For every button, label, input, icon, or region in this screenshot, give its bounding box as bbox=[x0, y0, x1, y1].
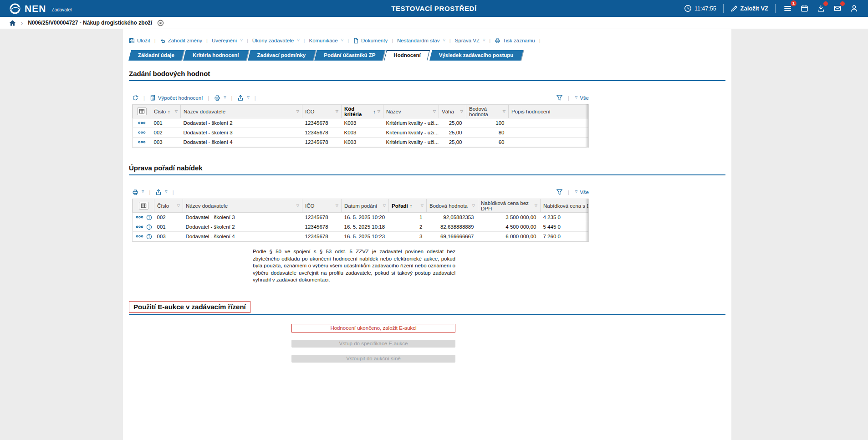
cell-nazev-dodavatele: Dodavatel - školení 3 bbox=[183, 213, 302, 222]
column-header-vaha[interactable]: Váha▽ bbox=[439, 105, 466, 118]
filter-funnel-icon[interactable]: ▽ bbox=[383, 204, 386, 208]
tab-podani-ucastniku-zp[interactable]: Podání účastníků ZP bbox=[316, 50, 383, 61]
calculate-score-button[interactable]: Výpočet hodnocení bbox=[150, 95, 203, 101]
column-header-nazev-dodavatele[interactable]: Název dodavatele▽ bbox=[183, 199, 302, 213]
table-row[interactable]: 002 Dodavatel - školení 3 12345678 K003 … bbox=[133, 128, 589, 138]
print-record-button[interactable]: Tisk záznamu bbox=[495, 38, 535, 44]
nonstandard-state-menu[interactable]: Nestandardní stav▽ bbox=[397, 38, 445, 43]
create-eauction-button[interactable]: Hodnocení ukončeno, založit E-aukci bbox=[291, 324, 455, 333]
row-info-button[interactable] bbox=[146, 215, 152, 220]
filter-funnel-icon[interactable]: ▽ bbox=[421, 204, 424, 208]
eauction-specification-button[interactable]: Vstup do specifikace E-aukce bbox=[291, 340, 455, 348]
column-header-bodova-hodnota[interactable]: Bodová hodnota▽ bbox=[427, 199, 478, 213]
create-vz-button[interactable]: Založit VZ bbox=[730, 5, 768, 12]
column-header-ico[interactable]: IČO▽ bbox=[302, 105, 342, 118]
messages-button[interactable] bbox=[832, 4, 842, 13]
brand[interactable]: NEN Zadavatel bbox=[9, 3, 71, 15]
menu-badge: 1 bbox=[791, 0, 797, 6]
filter-funnel-icon[interactable]: ▽ bbox=[472, 204, 475, 208]
table-row[interactable]: 001 Dodavatel - školení 2 12345678 K003 … bbox=[133, 118, 589, 128]
cell-nazev-dodavatele: Dodavatel - školení 2 bbox=[181, 118, 302, 128]
column-header-datum-podani[interactable]: Datum podání▽ bbox=[342, 199, 389, 213]
envelope-icon bbox=[833, 5, 842, 12]
column-header-bodova-hodnota[interactable]: Bodová hodnota▽ bbox=[466, 105, 509, 118]
table-row[interactable]: 001 Dodavatel - školení 2 12345678 16. 5… bbox=[133, 222, 589, 232]
cell-bodova-hodnota: 100 bbox=[466, 118, 509, 128]
tab-zadavaci-podminky[interactable]: Zadávací podmínky bbox=[249, 50, 314, 61]
filter-funnel-icon[interactable]: ▽ bbox=[503, 109, 505, 113]
filter-button[interactable] bbox=[556, 189, 563, 195]
column-header-popis-hodnoceni[interactable]: Popis hodnocení bbox=[509, 105, 589, 118]
column-header-cislo[interactable]: Číslo↑▽ bbox=[151, 105, 181, 118]
column-header-nazev[interactable]: Název▽ bbox=[383, 105, 439, 118]
row-menu-button[interactable] bbox=[138, 121, 146, 125]
documents-button[interactable]: Dokumenty bbox=[353, 38, 388, 44]
home-button[interactable] bbox=[9, 20, 16, 26]
filter-funnel-icon[interactable]: ▽ bbox=[535, 204, 537, 208]
column-settings-button[interactable] bbox=[139, 202, 148, 210]
tab-zakladni-udaje[interactable]: Základní údaje bbox=[130, 50, 183, 61]
cell-cena-s-dph: 4 235 0 bbox=[541, 213, 589, 222]
filter-funnel-icon[interactable]: ▽ bbox=[460, 109, 463, 113]
filter-preset-select[interactable]: ▽ Vše bbox=[574, 95, 589, 101]
row-menu-button[interactable] bbox=[138, 140, 146, 144]
cell-kod-kriteria: K003 bbox=[342, 138, 383, 147]
table-row[interactable]: 003 Dodavatel - školení 4 12345678 K003 … bbox=[133, 138, 589, 147]
column-settings-button[interactable] bbox=[137, 107, 147, 115]
cell-nazev: Kritérium kvality - uži... bbox=[383, 128, 439, 138]
filter-funnel-icon[interactable]: ▽ bbox=[175, 109, 178, 113]
filter-funnel-icon[interactable]: ▽ bbox=[296, 109, 299, 113]
close-record-button[interactable] bbox=[157, 20, 164, 26]
tab-strip: Základní údaje Kritéria hodnocení Zadáva… bbox=[123, 50, 731, 61]
filter-funnel-icon[interactable]: ▽ bbox=[378, 109, 380, 113]
tab-hodnoceni[interactable]: Hodnocení bbox=[385, 50, 429, 61]
row-menu-button[interactable] bbox=[138, 131, 146, 134]
export-button[interactable]: ▽ bbox=[155, 189, 167, 195]
calendar-button[interactable] bbox=[800, 4, 809, 13]
export-button[interactable]: ▽ bbox=[237, 95, 249, 101]
row-menu-button[interactable] bbox=[136, 225, 143, 229]
refresh-button[interactable] bbox=[132, 95, 138, 101]
tab-kriteria-hodnoceni[interactable]: Kritéria hodnocení bbox=[184, 50, 247, 61]
filter-funnel-icon[interactable]: ▽ bbox=[336, 204, 338, 208]
enter-auction-hall-button[interactable]: Vstoupit do aukční síně bbox=[291, 355, 455, 363]
column-header-kod-kriteria[interactable]: Kód kritéria↑▽ bbox=[342, 105, 383, 118]
filter-funnel-icon[interactable]: ▽ bbox=[336, 109, 338, 113]
column-header-ico[interactable]: IČO▽ bbox=[302, 199, 342, 213]
filter-funnel-icon[interactable]: ▽ bbox=[296, 204, 299, 208]
column-header-cena-s-dph[interactable]: Nabídková cena s DPH bbox=[541, 199, 589, 213]
cell-vaha: 25,00 bbox=[439, 138, 466, 147]
profile-button[interactable] bbox=[849, 4, 859, 13]
column-header-cena-bez-dph[interactable]: Nabídková cena bez DPH▽ bbox=[478, 199, 541, 213]
downloads-badge bbox=[823, 1, 828, 6]
cell-vaha: 25,00 bbox=[439, 128, 466, 138]
print-button[interactable]: ▽ bbox=[214, 95, 226, 101]
filter-funnel-icon[interactable]: ▽ bbox=[177, 204, 180, 208]
contracting-actions-menu[interactable]: Úkony zadavatele▽ bbox=[252, 38, 300, 43]
cell-ico: 12345678 bbox=[302, 138, 342, 147]
filter-button[interactable] bbox=[556, 94, 563, 101]
print-button[interactable]: ▽ bbox=[132, 189, 144, 195]
column-header-cislo[interactable]: Číslo▽ bbox=[154, 199, 183, 213]
table-row[interactable]: 002 Dodavatel - školení 3 12345678 16. 5… bbox=[133, 213, 589, 222]
cell-nazev: Kritérium kvality - uži... bbox=[383, 138, 439, 147]
communication-menu[interactable]: Komunikace▽ bbox=[309, 38, 343, 43]
downloads-button[interactable] bbox=[816, 4, 826, 13]
publish-menu[interactable]: Uveřejnění▽ bbox=[212, 38, 243, 43]
table-row[interactable]: 003 Dodavatel - školení 4 12345678 16. 5… bbox=[133, 232, 589, 241]
menu-button[interactable]: 1 bbox=[782, 4, 793, 13]
discard-changes-button[interactable]: Zahodit změny bbox=[160, 38, 202, 44]
column-header-nazev-dodavatele[interactable]: Název dodavatele▽ bbox=[181, 105, 302, 118]
order-table-block: ▽ | ▽ | | ▽ Vše bbox=[132, 188, 725, 284]
row-info-button[interactable] bbox=[146, 224, 152, 230]
cell-ico: 12345678 bbox=[302, 232, 342, 241]
tab-vysledek-zadavaciho-postupu[interactable]: Výsledek zadávacího postupu bbox=[431, 50, 522, 61]
filter-preset-select[interactable]: ▽ Vše bbox=[574, 189, 589, 195]
save-button[interactable]: Uložit bbox=[129, 38, 150, 44]
row-menu-button[interactable] bbox=[136, 235, 143, 238]
filter-funnel-icon[interactable]: ▽ bbox=[433, 109, 436, 113]
column-header-poradi[interactable]: Pořadí↑▽ bbox=[389, 199, 427, 213]
row-menu-button[interactable] bbox=[136, 215, 143, 219]
row-info-button[interactable] bbox=[146, 234, 152, 240]
vz-admin-menu[interactable]: Správa VZ▽ bbox=[455, 38, 485, 43]
